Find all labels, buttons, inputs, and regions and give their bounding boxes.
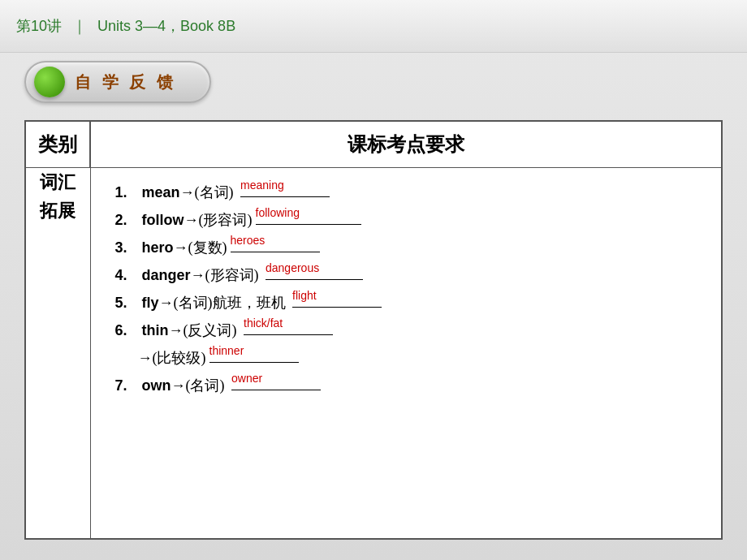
vocabulary-content: 1. mean→ (名词) meaning 2. follow→ (形容词): [90, 168, 722, 540]
list-item: 1. mean→ (名词) meaning: [115, 183, 706, 202]
blank-owner: owner: [231, 390, 321, 390]
list-item: 5. fly→ (名词)航班，班机 flight: [115, 293, 706, 312]
col2-header: 课标考点要求: [90, 121, 722, 168]
vocabulary-table: 类别 课标考点要求 词汇拓展 1. mean→ (名词): [24, 120, 723, 540]
separator: ｜: [72, 18, 87, 34]
col1-header: 类别: [25, 121, 90, 168]
banner-text: 自 学 反 馈: [75, 71, 176, 93]
blank-dangerous: dangerous: [266, 279, 363, 280]
self-study-banner: 自 学 反 馈: [24, 61, 211, 103]
list-item: 2. follow→ (形容词) following: [115, 210, 706, 230]
main-table-container: 类别 课标考点要求 词汇拓展 1. mean→ (名词): [24, 120, 723, 540]
blank-flight: flight: [292, 307, 382, 308]
list-item: 4. danger→ (形容词) dangerous: [115, 265, 706, 285]
list-item: 3. hero→ (复数) heroes: [115, 238, 706, 257]
subtitle: Units 3—4，Book 8B: [97, 18, 235, 34]
category-label: 词汇拓展: [25, 168, 90, 540]
blank-meaning: meaning: [240, 196, 330, 197]
list-item: 7. own→ (名词) owner: [115, 376, 706, 395]
green-circle-icon: [34, 67, 65, 97]
list-item: → (比较级) thinner: [115, 348, 706, 368]
header-title: 第10讲 ｜ Units 3—4，Book 8B: [16, 16, 235, 36]
header-bar: 第10讲 ｜ Units 3—4，Book 8B: [0, 0, 747, 53]
blank-following: following: [256, 224, 361, 225]
blank-thinner: thinner: [209, 362, 299, 363]
list-item: 6. thin→ (反义词) thick/fat: [115, 321, 706, 340]
lecture-number: 第10讲: [16, 18, 62, 34]
blank-thick: thick/fat: [244, 334, 333, 335]
blank-heroes: heroes: [231, 252, 320, 252]
